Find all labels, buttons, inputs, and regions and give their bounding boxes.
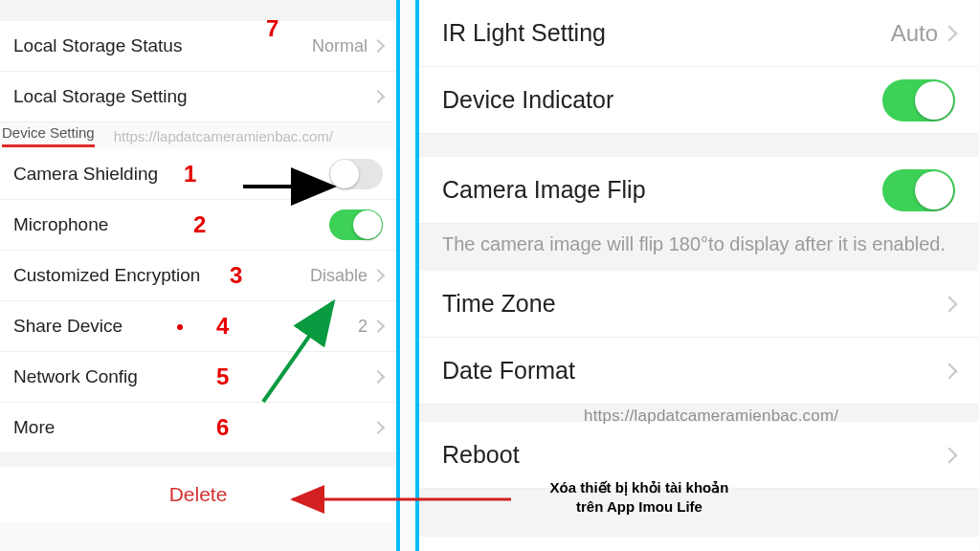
annotation-6: 6 — [216, 414, 229, 441]
annotation-1: 1 — [184, 161, 196, 187]
annotation-5: 5 — [216, 364, 229, 390]
local-storage-status-label: Local Storage Status — [13, 35, 182, 56]
ir-text: Auto — [891, 20, 938, 47]
chevron-right-icon — [942, 25, 958, 41]
row-more[interactable]: More 6 — [0, 403, 396, 453]
network-label: Network Config — [13, 366, 138, 387]
encryption-value: Disable — [310, 266, 383, 286]
local-storage-status-value: Normal — [312, 36, 383, 56]
status-text: Normal — [312, 36, 368, 56]
watermark-left: https://lapdatcameramienbac.com/ — [114, 128, 333, 144]
reboot-label: Reboot — [442, 441, 520, 469]
encryption-text: Disable — [310, 266, 368, 286]
section-tab-bar: Device Setting https://lapdatcameramienb… — [0, 122, 396, 149]
delete-caption: Xóa thiết bị khỏi tài khoảntrên App Imou… — [515, 478, 764, 517]
row-device-indicator[interactable]: Device Indicator — [419, 67, 978, 134]
annotation-3: 3 — [230, 262, 242, 289]
date-label: Date Format — [442, 357, 575, 385]
camera-shielding-label: Camera Shielding — [13, 164, 158, 185]
chevron-right-icon — [371, 269, 385, 282]
row-local-storage-setting[interactable]: Local Storage Setting — [0, 72, 396, 122]
chevron-right-icon — [371, 90, 385, 103]
chevron-right-icon — [371, 370, 385, 384]
row-date-format[interactable]: Date Format — [419, 338, 978, 405]
share-label: Share Device — [13, 316, 122, 337]
row-ir-light[interactable]: IR Light Setting Auto — [419, 0, 978, 67]
spacer — [0, 0, 396, 21]
left-phone-panel: Local Storage Status Normal Local Storag… — [0, 0, 400, 551]
row-microphone[interactable]: Microphone 2 — [0, 200, 396, 251]
microphone-toggle[interactable] — [329, 209, 383, 240]
flip-hint: The camera image will flip 180°to displa… — [419, 224, 978, 271]
row-share-device[interactable]: Share Device 2 4 — [0, 301, 396, 352]
chevron-right-icon — [942, 447, 958, 463]
ir-value: Auto — [891, 20, 955, 47]
spacer — [419, 134, 978, 157]
annotation-4: 4 — [216, 313, 229, 340]
delete-label: Delete — [169, 483, 228, 506]
share-value: 2 — [358, 317, 383, 337]
annotation-7: 7 — [266, 15, 278, 42]
chevron-right-icon — [942, 363, 958, 379]
ir-label: IR Light Setting — [442, 19, 606, 47]
more-label: More — [13, 417, 55, 438]
microphone-label: Microphone — [13, 214, 108, 235]
row-network-config[interactable]: Network Config 5 — [0, 352, 396, 403]
right-phone-panel: IR Light Setting Auto Device Indicator C… — [415, 0, 978, 551]
tz-label: Time Zone — [442, 290, 556, 318]
watermark-right: https://lapdatcameramienbac.com/ — [584, 407, 838, 426]
flip-toggle[interactable] — [882, 169, 955, 211]
row-customized-encryption[interactable]: Customized Encryption Disable 3 — [0, 251, 396, 301]
flip-label: Camera Image Flip — [442, 176, 646, 204]
chevron-right-icon — [371, 421, 385, 434]
dot-icon — [177, 324, 183, 330]
chevron-right-icon — [371, 39, 385, 53]
camera-shielding-toggle[interactable] — [329, 159, 383, 189]
chevron-right-icon — [942, 296, 958, 312]
row-camera-flip[interactable]: Camera Image Flip — [419, 157, 978, 224]
encryption-label: Customized Encryption — [13, 265, 200, 286]
spacer — [0, 453, 396, 467]
row-camera-shielding[interactable]: Camera Shielding 1 — [0, 149, 396, 200]
row-time-zone[interactable]: Time Zone — [419, 271, 978, 338]
chevron-right-icon — [371, 320, 385, 333]
annotation-2: 2 — [193, 211, 206, 238]
share-count: 2 — [358, 317, 368, 337]
local-storage-setting-label: Local Storage Setting — [13, 86, 188, 107]
row-local-storage-status[interactable]: Local Storage Status Normal — [0, 21, 396, 72]
indicator-label: Device Indicator — [442, 86, 613, 114]
indicator-toggle[interactable] — [882, 79, 955, 121]
tab-device-setting[interactable]: Device Setting — [2, 124, 95, 147]
delete-button[interactable]: Delete 7 — [0, 467, 396, 522]
